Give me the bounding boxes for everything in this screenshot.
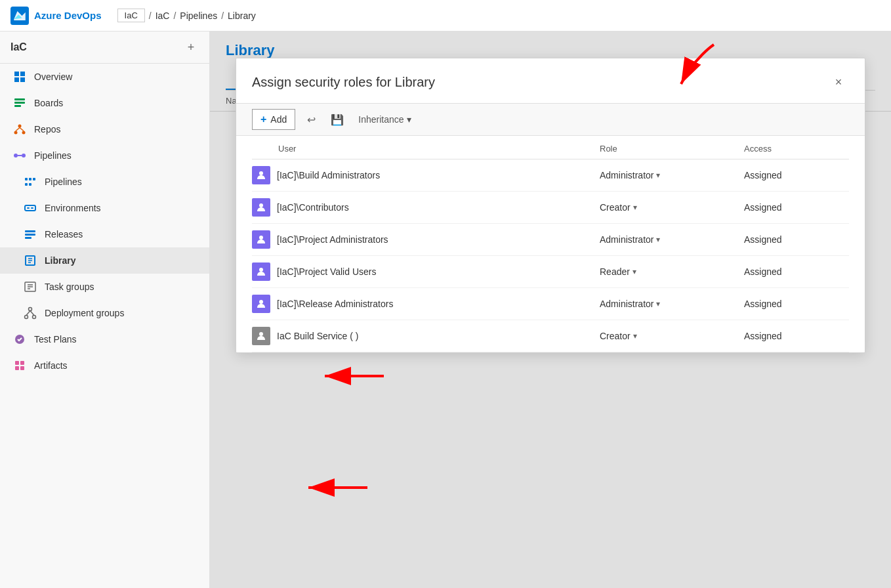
svg-rect-25: [25, 234, 35, 236]
role-dropdown-4[interactable]: Reader ▾: [600, 266, 636, 277]
save-button[interactable]: 💾: [327, 109, 348, 130]
user-cell-6: IaC Build Service ( ): [252, 327, 600, 345]
overview-icon: [13, 70, 26, 83]
add-plus-icon: +: [260, 114, 266, 125]
sidebar-item-artifacts[interactable]: Artifacts: [0, 352, 209, 379]
sidebar-item-label-overview: Overview: [34, 72, 72, 82]
repos-icon: [13, 123, 26, 136]
svg-point-10: [22, 131, 26, 135]
svg-rect-17: [29, 178, 31, 180]
sidebar-item-label-library: Library: [45, 255, 75, 266]
deployment-groups-icon: [24, 306, 37, 320]
role-dropdown-2[interactable]: Creator ▾: [600, 202, 637, 213]
sidebar-item-label-boards: Boards: [34, 98, 63, 108]
role-chevron-2: ▾: [633, 203, 637, 212]
col-access-header: Access: [744, 144, 849, 154]
modal-close-button[interactable]: ×: [828, 72, 849, 93]
avatar-5: [252, 295, 270, 313]
sidebar-item-test-plans[interactable]: Test Plans: [0, 326, 209, 352]
sidebar-item-label-artifacts: Artifacts: [34, 360, 68, 371]
user-cell-4: [IaC]\Project Valid Users: [252, 262, 600, 281]
library-icon: [24, 254, 37, 267]
role-value-5: Administrator: [600, 299, 653, 309]
table-row: IaC Build Service ( ) Creator ▾ Assigned: [252, 320, 849, 352]
breadcrumb: IaC / IaC / Pipelines / Library: [117, 9, 256, 22]
user-cell-5: [IaC]\Release Administrators: [252, 295, 600, 313]
inheritance-button[interactable]: Inheritance ▾: [353, 112, 416, 127]
svg-rect-20: [29, 183, 31, 186]
role-cell-3: Administrator ▾: [600, 234, 744, 245]
sidebar-item-repos[interactable]: Repos: [0, 116, 209, 142]
role-dropdown-3[interactable]: Administrator ▾: [600, 234, 660, 245]
task-groups-icon: [24, 280, 37, 293]
col-role-header: Role: [600, 144, 744, 154]
svg-point-52: [259, 332, 263, 336]
role-cell-6: Creator ▾: [600, 331, 744, 341]
table-row: [IaC]\Project Valid Users Reader ▾ Assig…: [252, 256, 849, 288]
access-cell-4: Assigned: [744, 266, 849, 277]
sidebar-item-pipelines-group[interactable]: Pipelines: [0, 142, 209, 169]
role-value-4: Reader: [600, 266, 630, 277]
breadcrumb-library[interactable]: Library: [228, 10, 256, 21]
role-cell-4: Reader ▾: [600, 266, 744, 277]
svg-rect-21: [25, 205, 35, 211]
modal-header: Assign security roles for Library ×: [236, 58, 865, 103]
role-chevron-3: ▾: [656, 235, 660, 244]
svg-line-39: [30, 311, 34, 316]
svg-point-36: [25, 316, 28, 319]
role-dropdown-1[interactable]: Administrator ▾: [600, 170, 660, 180]
role-dropdown-6[interactable]: Creator ▾: [600, 331, 637, 341]
svg-point-13: [14, 154, 18, 158]
svg-point-8: [18, 125, 22, 128]
user-cell-2: [IaC]\Contributors: [252, 198, 600, 217]
undo-button[interactable]: ↩: [300, 109, 321, 130]
sidebar-item-releases[interactable]: Releases: [0, 221, 209, 247]
sidebar-item-environments[interactable]: Environments: [0, 195, 209, 221]
avatar-4: [252, 262, 270, 281]
modal-toolbar: + Add ↩ 💾 Inheritance ▾: [236, 103, 865, 136]
user-cell-1: [IaC]\Build Administrators: [252, 166, 600, 184]
svg-rect-44: [20, 366, 24, 370]
role-dropdown-5[interactable]: Administrator ▾: [600, 299, 660, 309]
add-project-button[interactable]: +: [183, 39, 199, 55]
azure-devops-logo[interactable]: Azure DevOps: [10, 7, 102, 25]
sidebar-item-label-deployment-groups: Deployment groups: [45, 308, 124, 318]
sidebar-item-library[interactable]: Library: [0, 247, 209, 274]
svg-point-14: [22, 154, 26, 158]
svg-rect-4: [20, 77, 25, 82]
sidebar-item-deployment-groups[interactable]: Deployment groups: [0, 300, 209, 326]
sidebar-item-overview[interactable]: Overview: [0, 64, 209, 90]
role-chevron-4: ▾: [632, 267, 636, 276]
role-chevron-6: ▾: [633, 331, 637, 341]
project-name: IaC: [10, 41, 27, 53]
svg-rect-23: [31, 207, 33, 209]
breadcrumb-box[interactable]: IaC: [117, 9, 145, 22]
security-table: User Role Access [IaC]\Build Administrat…: [236, 136, 865, 352]
username-3: [IaC]\Project Administrators: [277, 234, 388, 245]
sidebar-item-label-repos: Repos: [34, 124, 60, 135]
username-5: [IaC]\Release Administrators: [277, 299, 393, 309]
sidebar-item-label-task-groups: Task groups: [45, 282, 94, 292]
access-cell-2: Assigned: [744, 202, 849, 213]
sidebar-item-task-groups[interactable]: Task groups: [0, 274, 209, 300]
releases-icon: [24, 228, 37, 241]
role-value-2: Creator: [600, 202, 631, 213]
username-2: [IaC]\Contributors: [277, 202, 349, 213]
add-user-button[interactable]: + Add: [252, 109, 295, 130]
sidebar-item-pipelines[interactable]: Pipelines: [0, 169, 209, 195]
breadcrumb-pipelines[interactable]: Pipelines: [180, 10, 217, 21]
username-1: [IaC]\Build Administrators: [277, 170, 380, 180]
role-cell-1: Administrator ▾: [600, 170, 744, 180]
modal-title: Assign security roles for Library: [252, 75, 435, 90]
breadcrumb-iac[interactable]: IaC: [155, 10, 170, 21]
svg-point-48: [259, 203, 263, 207]
environments-icon: [24, 201, 37, 215]
role-value-6: Creator: [600, 331, 631, 341]
security-roles-modal: Assign security roles for Library × + Ad…: [236, 58, 865, 353]
svg-rect-26: [25, 237, 31, 239]
sidebar-item-boards[interactable]: Boards: [0, 90, 209, 116]
role-value-1: Administrator: [600, 170, 653, 180]
boards-icon: [13, 96, 26, 110]
svg-point-37: [33, 316, 36, 319]
chevron-down-icon: ▾: [407, 114, 411, 125]
